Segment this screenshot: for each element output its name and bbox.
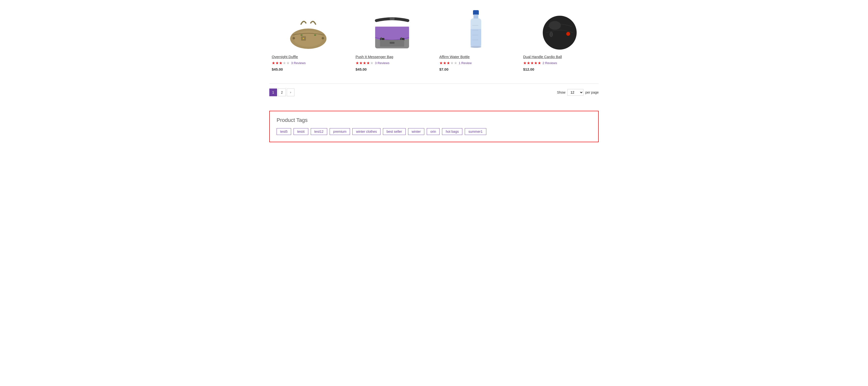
star-filled: ★ [439, 61, 443, 65]
svg-point-3 [303, 38, 304, 39]
star-filled: ★ [355, 61, 359, 65]
tag-test12[interactable]: test12 [311, 128, 327, 135]
svg-point-25 [543, 16, 577, 49]
svg-rect-23 [471, 29, 481, 47]
svg-rect-15 [390, 42, 395, 44]
page-btn-1[interactable]: 1 [269, 89, 277, 96]
tag-test4[interactable]: test4 [293, 128, 308, 135]
page-btn-2[interactable]: 2 [278, 89, 286, 96]
product-tags-title: Product Tags [277, 117, 591, 124]
star-filled: ★ [538, 61, 541, 65]
star-filled: ★ [530, 61, 534, 65]
product-name-link[interactable]: Dual Handle Cardio Ball [523, 55, 562, 59]
stars: ★★★★★ [355, 61, 373, 65]
star-filled: ★ [272, 61, 275, 65]
star-half: ★ [366, 61, 370, 65]
star-filled: ★ [443, 61, 446, 65]
product-rating: ★★★★★ 3 Reviews [355, 61, 390, 65]
star-empty: ★ [283, 61, 286, 65]
svg-rect-6 [301, 34, 303, 36]
star-filled: ★ [446, 61, 450, 65]
product-price: $45.00 [272, 67, 283, 71]
product-image-ball [540, 12, 579, 51]
pagination-next-btn[interactable]: › [287, 89, 294, 96]
svg-point-28 [550, 32, 553, 37]
product-name-link[interactable]: Push It Messenger Bag [355, 55, 393, 59]
tag-winter-clothes[interactable]: winter clothes [352, 128, 380, 135]
product-rating: ★★★★★ 2 Reviews [523, 61, 557, 65]
product-item-push-it-messenger-bag[interactable]: Push It Messenger Bag ★★★★★ 3 Reviews $4… [353, 5, 431, 74]
star-filled: ★ [534, 61, 537, 65]
product-image-container [355, 7, 429, 51]
per-page-select[interactable]: 122436 [567, 89, 583, 96]
reviews-link[interactable]: 3 Reviews [375, 61, 390, 65]
product-price: $7.00 [439, 67, 448, 71]
product-image-bottle [466, 10, 486, 51]
product-image-container [272, 7, 345, 51]
star-filled: ★ [279, 61, 282, 65]
stars: ★★★★★ [272, 61, 290, 65]
tag-orin[interactable]: orin [427, 128, 440, 135]
star-empty: ★ [370, 61, 373, 65]
product-item-overnight-duffle[interactable]: Overnight Duffle ★★★★★ 3 Reviews $45.00 [269, 5, 347, 74]
tag-winter[interactable]: winter [408, 128, 424, 135]
stars: ★★★★★ [523, 61, 541, 65]
pagination: 12› [269, 89, 294, 96]
star-empty: ★ [450, 61, 454, 65]
star-filled: ★ [523, 61, 527, 65]
product-item-affirm-water-bottle[interactable]: Affirm Water Bottle ★★★★★ 1 Review $7.00 [437, 5, 515, 74]
product-name-link[interactable]: Overnight Duffle [272, 55, 298, 59]
product-name-link[interactable]: Affirm Water Bottle [439, 55, 470, 59]
tag-hot-bags[interactable]: hot bags [442, 128, 462, 135]
product-tags-section: Product Tags test5test4test12premiumwint… [269, 111, 599, 142]
tags-list: test5test4test12premiumwinter clothesbes… [277, 128, 591, 135]
tag-test5[interactable]: test5 [277, 128, 291, 135]
product-image-duffle [286, 17, 330, 51]
tag-premium[interactable]: premium [330, 128, 350, 135]
star-filled: ★ [363, 61, 366, 65]
svg-point-4 [292, 37, 295, 39]
star-filled: ★ [527, 61, 530, 65]
svg-rect-17 [473, 14, 478, 19]
product-item-dual-handle-cardio-ball[interactable]: Dual Handle Cardio Ball ★★★★★ 2 Reviews … [521, 5, 599, 74]
product-image-messenger [372, 16, 413, 51]
product-image-container [523, 7, 596, 51]
reviews-link[interactable]: 3 Reviews [291, 61, 306, 65]
product-rating: ★★★★★ 3 Reviews [272, 61, 306, 65]
svg-rect-8 [390, 17, 395, 20]
tag-best-seller[interactable]: best seller [383, 128, 406, 135]
star-filled: ★ [275, 61, 279, 65]
star-empty: ★ [454, 61, 457, 65]
svg-rect-7 [314, 34, 316, 36]
svg-point-27 [566, 32, 570, 36]
star-empty: ★ [286, 61, 290, 65]
page-wrapper: Overnight Duffle ★★★★★ 3 Reviews $45.00 [265, 0, 603, 142]
product-image-container [439, 7, 513, 51]
star-filled: ★ [359, 61, 363, 65]
svg-point-5 [321, 37, 324, 39]
reviews-link[interactable]: 1 Review [459, 61, 471, 65]
pagination-wrapper: 12› Show 122436 per page [269, 83, 599, 111]
svg-rect-16 [473, 10, 479, 15]
reviews-link[interactable]: 2 Reviews [542, 61, 557, 65]
tag-summer1[interactable]: summer1 [465, 128, 486, 135]
per-page-wrapper: Show 122436 per page [557, 89, 599, 96]
product-price: $45.00 [355, 67, 367, 71]
product-price: $12.00 [523, 67, 534, 71]
products-grid: Overnight Duffle ★★★★★ 3 Reviews $45.00 [269, 0, 599, 83]
per-page-label: per page [585, 91, 599, 94]
svg-point-24 [471, 46, 481, 48]
stars: ★★★★★ [439, 61, 457, 65]
show-label: Show [557, 91, 565, 94]
product-rating: ★★★★★ 1 Review [439, 61, 471, 65]
